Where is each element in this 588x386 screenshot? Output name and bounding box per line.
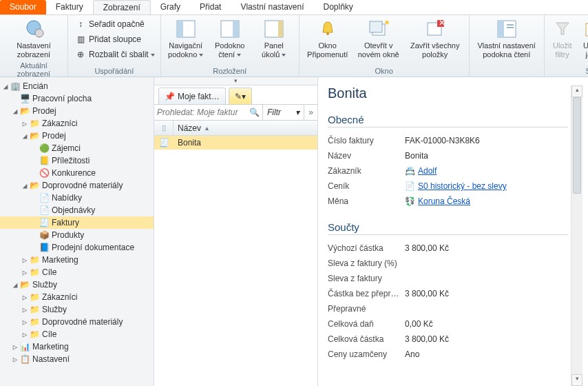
tree-item-prodejn-dokumentace[interactable]: 📘Prodejní dokumentace: [0, 241, 154, 254]
tree-item-nastaven-[interactable]: ▷📋Nastavení: [0, 353, 154, 365]
expand-handle-top[interactable]: ▾: [154, 77, 317, 85]
collapse-icon[interactable]: ◢: [11, 281, 19, 290]
bell-icon: [302, 18, 353, 40]
v-tax: 0,00 Kč: [405, 319, 568, 329]
tree-item-doprovodn-materi-ly[interactable]: ▷📁Doprovodné materiály: [0, 316, 154, 328]
chevron-down-icon: ▾: [295, 108, 300, 117]
currency-link[interactable]: Koruna Česká: [418, 196, 470, 206]
save-as-button[interactable]: ✶Uložit jako: [578, 17, 588, 61]
folder-icon: 📁: [29, 329, 40, 340]
expand-icon[interactable]: ▷: [21, 318, 29, 327]
columns-icon: ▥: [75, 34, 86, 45]
doc-icon: 📘: [39, 242, 50, 253]
sort-reverse-button[interactable]: ↕Seřadit opačně: [72, 17, 158, 32]
tree-item-faktury[interactable]: 🧾Faktury: [0, 216, 154, 229]
pin-icon: 📌: [165, 92, 175, 101]
tree-item-produkty[interactable]: 📦Produkty: [0, 229, 154, 241]
tree-item-prodej[interactable]: ◢📂Prodej: [0, 130, 154, 142]
svg-text:✕: ✕: [439, 20, 445, 28]
tree-item-doprovodn-materi-ly[interactable]: ◢📂Doprovodné materiály: [0, 179, 154, 192]
detail-panel: Bonita Obecné Číslo fakturyFAK-01000-N3K…: [318, 77, 588, 386]
expand-icon[interactable]: ▷: [11, 355, 19, 364]
tree-item-p-le-itosti[interactable]: 📒Příležitosti: [0, 154, 154, 167]
scroll-thumb[interactable]: [573, 97, 581, 194]
filter-dropdown[interactable]: Filtr▾: [262, 105, 304, 120]
list-col-name[interactable]: Název▴: [174, 123, 317, 133]
expand-icon[interactable]: ▷: [21, 268, 29, 277]
scrollbar[interactable]: ▴ ▾: [571, 85, 582, 386]
menu-tab-faktury[interactable]: Faktury: [46, 0, 93, 14]
expand-icon[interactable]: ▷: [11, 343, 19, 352]
section-head-general: Obecné: [328, 114, 568, 128]
save-filters-button[interactable]: Uložit filtry: [547, 17, 578, 61]
svg-point-8: [326, 32, 329, 35]
customer-icon: 📇: [405, 166, 415, 176]
expand-icon[interactable]: ▷: [21, 305, 29, 314]
tree-item-marketing[interactable]: ▷📊Marketing: [0, 341, 154, 353]
menu-tab-zobrazeni[interactable]: Zobrazení: [93, 0, 151, 14]
expand-icon[interactable]: ▷: [21, 330, 29, 339]
tree-item-marketing[interactable]: ▷📁Marketing: [0, 254, 154, 266]
tree-item-label: Zákazníci: [42, 119, 77, 128]
svg-rect-10: [370, 21, 382, 32]
list-tab-new[interactable]: ✎▾: [229, 88, 252, 104]
collapse-icon[interactable]: ◢: [11, 107, 19, 116]
folder-icon: 📁: [29, 267, 40, 278]
tree-item-pracovn-plocha[interactable]: 🖥️Pracovní plocha: [0, 92, 154, 105]
menu-tab-file[interactable]: Soubor: [0, 0, 46, 14]
k-discpct: Sleva z faktury (%): [328, 258, 405, 268]
collapse-icon[interactable]: ◢: [21, 132, 29, 141]
scroll-up-button[interactable]: ▴: [571, 85, 582, 97]
add-columns-button[interactable]: ▥Přidat sloupce: [72, 32, 158, 47]
expand-icon[interactable]: ▷: [21, 256, 29, 265]
menu-tab-pridat[interactable]: Přidat: [190, 0, 231, 14]
tree-item-slu-by[interactable]: ◢📂Služby: [0, 278, 154, 291]
collapse-icon[interactable]: ◢: [21, 181, 29, 190]
tree-item-konkurence[interactable]: 🚫Konkurence: [0, 167, 154, 179]
list-tab-my-invoices[interactable]: 📌Moje fakt…: [158, 88, 226, 104]
expand-collapse-button[interactable]: ⊕Rozbalit či sbalit: [72, 47, 158, 62]
reading-pane-settings-button[interactable]: Vlastní nastavení podokna čtení: [472, 17, 541, 61]
tree-item-label: Pracovní plocha: [32, 94, 92, 103]
tree-item-nab-dky[interactable]: 📄Nabídky: [0, 192, 154, 204]
customer-link[interactable]: Adolf: [418, 166, 437, 176]
tree-root[interactable]: ◢🏢Encián: [0, 80, 154, 92]
search-button[interactable]: 🔍: [246, 105, 262, 120]
settings-icon: 📋: [19, 354, 30, 365]
tree-item-prodej[interactable]: ◢📂Prodej: [0, 105, 154, 117]
expand-icon[interactable]: ▷: [21, 119, 29, 128]
nav-pane-button[interactable]: Navigační podokno: [164, 17, 208, 61]
scroll-down-button[interactable]: ▾: [571, 374, 582, 386]
group-label-arrangement: Uspořádání: [71, 66, 158, 77]
list-col-icon[interactable]: ▯: [154, 121, 174, 135]
menu-tab-grafy[interactable]: Grafy: [151, 0, 190, 14]
view-settings-button[interactable]: Nastavení zobrazení: [3, 17, 65, 61]
menu-tab-doplnky[interactable]: Doplňky: [314, 0, 363, 14]
tree-item-slu-by[interactable]: ▷📁Služby: [0, 303, 154, 316]
close-all-button[interactable]: ✕Zavřít všechny položky: [404, 17, 466, 61]
task-panel-button[interactable]: Panel úkolů: [252, 17, 296, 61]
svg-rect-7: [278, 21, 283, 37]
product-icon: 📦: [39, 230, 50, 241]
expand-search-button[interactable]: »: [304, 105, 317, 120]
tree-item-label: Nabídky: [52, 193, 82, 203]
tree-item-z-kazn-ci[interactable]: ▷📁Zákazníci: [0, 117, 154, 130]
list-row[interactable]: 🧾Bonita: [154, 136, 317, 150]
desktop-icon: 🖥️: [19, 93, 30, 104]
menu-tab-vlastni[interactable]: Vlastní nastavení: [231, 0, 313, 14]
expand-icon[interactable]: ▷: [21, 293, 29, 302]
pricelist-link[interactable]: S0 historický - bez slevy: [418, 181, 507, 191]
tree-item-objedn-vky[interactable]: 📄Objednávky: [0, 204, 154, 216]
open-new-window-button[interactable]: ✶Otevřít v novém okně: [353, 17, 404, 61]
k-customer: Zákazník: [328, 166, 405, 176]
tree-item-z-kazn-ci[interactable]: ▷📁Zákazníci: [0, 291, 154, 303]
reminders-window-button[interactable]: Okno Připomenutí: [302, 17, 353, 61]
tree-item-z-jemci[interactable]: 🟢Zájemci: [0, 142, 154, 154]
reading-pane-button[interactable]: Podokno čtení: [208, 17, 252, 61]
tree-item-c-le[interactable]: ▷📁Cíle: [0, 266, 154, 278]
currency-icon: 💱: [405, 196, 415, 206]
tree-item-c-le[interactable]: ▷📁Cíle: [0, 328, 154, 341]
k-locked: Ceny uzamčeny: [328, 349, 405, 359]
search-input[interactable]: [157, 108, 243, 117]
tree-item-label: Cíle: [42, 267, 56, 277]
